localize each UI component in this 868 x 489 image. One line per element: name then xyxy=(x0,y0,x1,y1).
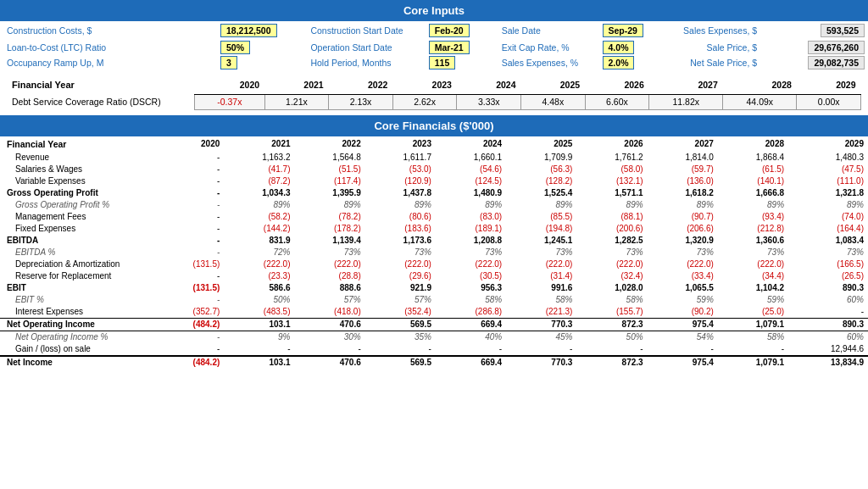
row-value: 1,163.2 xyxy=(224,152,294,164)
op-start-input[interactable]: Mar-21 xyxy=(429,41,470,54)
row-value: (418.0) xyxy=(295,306,365,319)
dscr-val-2027: 11.82x xyxy=(649,94,723,109)
row-value: 12,944.6 xyxy=(788,343,868,356)
row-value: (128.2) xyxy=(506,175,576,187)
hold-period-input[interactable]: 115 xyxy=(429,56,456,69)
dscr-val-2025: 4.48x xyxy=(521,94,586,109)
sale-date-label: Sale Date xyxy=(495,21,599,40)
row-value: (53.0) xyxy=(365,164,436,175)
occupancy-input[interactable]: 3 xyxy=(220,56,237,69)
row-value: 89% xyxy=(648,199,718,211)
row-label: Gross Operating Profit xyxy=(0,187,156,199)
sales-exp-pct-input[interactable]: 2.0% xyxy=(603,56,635,69)
row-value: 73% xyxy=(436,247,506,258)
table-row: Gross Operating Profit %-89%89%89%89%89%… xyxy=(0,199,868,211)
row-value: (56.3) xyxy=(506,164,576,175)
fin-fy-label: Financial Year xyxy=(0,136,156,152)
row-value: (34.4) xyxy=(718,270,788,282)
dscr-val-2026: 6.60x xyxy=(585,94,649,109)
row-value: (111.0) xyxy=(788,175,868,187)
row-value: 57% xyxy=(365,294,436,306)
construction-start-input[interactable]: Feb-20 xyxy=(429,24,470,37)
row-label: Interest Expenses xyxy=(0,306,156,319)
dscr-val-2020: -0.37x xyxy=(195,94,264,109)
op-start-label: Operation Start Date xyxy=(303,40,425,55)
row-value: (166.5) xyxy=(788,258,868,270)
row-value: (32.4) xyxy=(576,270,647,282)
table-row: Gross Operating Profit-1,034.31,395.91,4… xyxy=(0,187,868,199)
dscr-val-2023: 2.62x xyxy=(392,94,457,109)
table-row: Salaries & Wages-(41.7)(51.5)(53.0)(54.6… xyxy=(0,164,868,175)
row-value: 1,083.4 xyxy=(788,235,868,247)
table-row: Reserve for Replacement-(23.3)(28.8)(29.… xyxy=(0,270,868,282)
row-label: Revenue xyxy=(0,152,156,164)
row-value: (58.0) xyxy=(576,164,647,175)
row-value: (183.6) xyxy=(365,223,436,235)
row-value: 54% xyxy=(648,331,718,343)
row-value: (222.0) xyxy=(436,258,506,270)
row-value: 770.3 xyxy=(506,356,576,369)
construction-costs-row: Construction Costs, $ xyxy=(7,25,210,36)
row-value: (222.0) xyxy=(506,258,576,270)
dscr-year-2024: 2024 xyxy=(457,75,521,94)
exit-cap-input[interactable]: 4.0% xyxy=(603,41,635,54)
row-value: 1,618.2 xyxy=(648,187,718,199)
fin-yr-2025: 2025 xyxy=(506,136,576,152)
row-label: Fixed Expenses xyxy=(0,223,156,235)
dscr-year-2021: 2021 xyxy=(264,75,329,94)
dscr-val-2021: 1.21x xyxy=(264,94,329,109)
row-value: (164.4) xyxy=(788,223,868,235)
row-value: (132.1) xyxy=(576,175,647,187)
row-value: 1,245.1 xyxy=(506,235,576,247)
row-value: - xyxy=(156,331,224,343)
row-value: (200.6) xyxy=(576,223,647,235)
row-value: - xyxy=(295,343,365,356)
row-value: 73% xyxy=(788,247,868,258)
row-value: (131.5) xyxy=(156,258,224,270)
row-label: Salaries & Wages xyxy=(0,164,156,175)
row-value: 1,208.8 xyxy=(436,235,506,247)
row-value: - xyxy=(156,199,224,211)
ltc-input[interactable]: 50% xyxy=(220,41,250,54)
row-value: (483.5) xyxy=(224,306,294,319)
fin-yr-2028: 2028 xyxy=(718,136,788,152)
row-value: (352.7) xyxy=(156,306,224,319)
row-value: 586.6 xyxy=(224,282,294,294)
row-value: 1,360.6 xyxy=(718,235,788,247)
row-value: 1,079.1 xyxy=(718,318,788,331)
row-value: 60% xyxy=(788,294,868,306)
row-value: - xyxy=(156,294,224,306)
fin-yr-2027: 2027 xyxy=(648,136,718,152)
row-value: (23.3) xyxy=(224,270,294,282)
table-row: EBIT %-50%57%57%58%58%58%59%59%60% xyxy=(0,294,868,306)
row-value: (54.6) xyxy=(436,164,506,175)
row-value: - xyxy=(156,187,224,199)
row-value: 73% xyxy=(506,247,576,258)
fin-yr-2026: 2026 xyxy=(576,136,647,152)
row-value: 103.1 xyxy=(224,356,294,369)
row-value: 50% xyxy=(576,331,647,343)
table-row: Revenue-1,163.21,564.81,611.71,660.11,70… xyxy=(0,152,868,164)
sale-date-input[interactable]: Sep-29 xyxy=(603,24,643,37)
row-value: (194.8) xyxy=(506,223,576,235)
row-value: (87.2) xyxy=(224,175,294,187)
construction-costs-input[interactable]: 18,212,500 xyxy=(220,24,277,37)
row-value: (286.8) xyxy=(436,306,506,319)
dscr-year-2029: 2029 xyxy=(797,75,861,94)
row-value: 89% xyxy=(224,199,294,211)
row-value: 73% xyxy=(365,247,436,258)
row-value: 975.4 xyxy=(648,356,718,369)
fin-yr-2022: 2022 xyxy=(295,136,365,152)
row-value: (484.2) xyxy=(156,318,224,331)
row-value: (30.5) xyxy=(436,270,506,282)
row-value: 59% xyxy=(648,294,718,306)
row-value: 73% xyxy=(648,247,718,258)
row-value: 1,321.8 xyxy=(788,187,868,199)
row-value: 1,868.4 xyxy=(718,152,788,164)
row-value: 831.9 xyxy=(224,235,294,247)
dscr-row: Debt Service Coverage Ratio (DSCR) -0.37… xyxy=(7,94,861,109)
sales-expenses-label: Sales Expenses, $ xyxy=(659,21,764,40)
row-value: 1,173.6 xyxy=(365,235,436,247)
row-value: 72% xyxy=(224,247,294,258)
row-value: (178.2) xyxy=(295,223,365,235)
